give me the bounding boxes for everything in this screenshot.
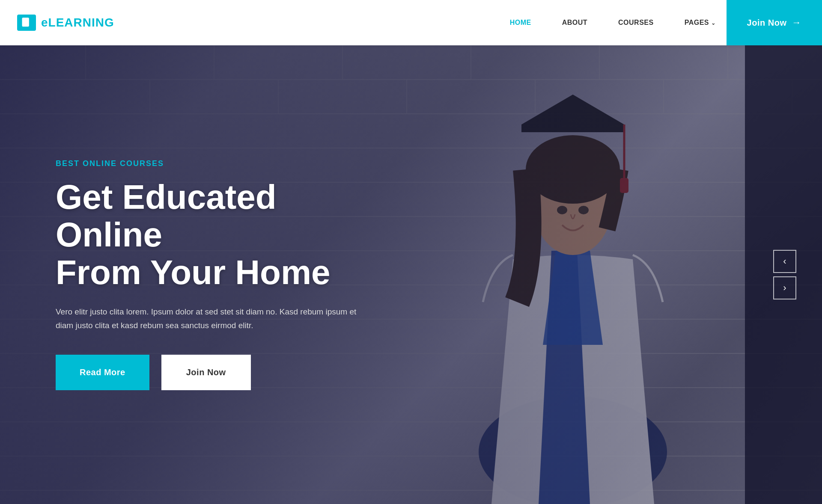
hero-title: Get Educated Online From Your Home [56,178,377,291]
chevron-down-icon: ⌄ [711,20,716,26]
hero-join-now-button[interactable]: Join Now [161,355,251,390]
hero-title-line2: From Your Home [56,253,331,291]
hero-title-line1: Get Educated Online [56,178,277,254]
brand-name: eLEARNING [41,16,114,30]
nav-item-courses[interactable]: COURSES [603,19,669,27]
nav-link-pages[interactable]: PAGES ⌄ [669,19,731,27]
hero-buttons: Read More Join Now [56,355,377,390]
hero-section: BEST ONLINE COURSES Get Educated Online … [0,45,822,504]
brand-icon [17,15,36,31]
hero-subtitle: BEST ONLINE COURSES [56,159,377,168]
nav-item-about[interactable]: ABOUT [547,19,603,27]
nav-item-pages[interactable]: PAGES ⌄ [669,19,731,27]
slider-prev-button[interactable]: ‹ [773,250,796,273]
hero-description: Vero elitr justo clita lorem. Ipsum dolo… [56,305,372,333]
svg-rect-1 [24,20,27,21]
slider-arrows: ‹ › [773,250,796,299]
nav-item-home[interactable]: HOME [494,19,547,27]
brand-logo[interactable]: eLEARNING [17,15,114,31]
hero-content: BEST ONLINE COURSES Get Educated Online … [0,159,377,391]
document-icon [21,17,33,29]
navbar: eLEARNING HOME ABOUT COURSES PAGES ⌄ CON… [0,0,822,45]
arrow-right-icon: → [792,17,802,28]
slider-next-button[interactable]: › [773,276,796,299]
svg-rect-2 [24,22,27,23]
nav-link-courses[interactable]: COURSES [603,19,669,27]
nav-link-about[interactable]: ABOUT [547,19,603,27]
svg-rect-3 [24,24,26,25]
read-more-button[interactable]: Read More [56,355,149,390]
navbar-join-now-button[interactable]: Join Now → [727,0,822,45]
nav-link-home[interactable]: HOME [494,19,547,27]
